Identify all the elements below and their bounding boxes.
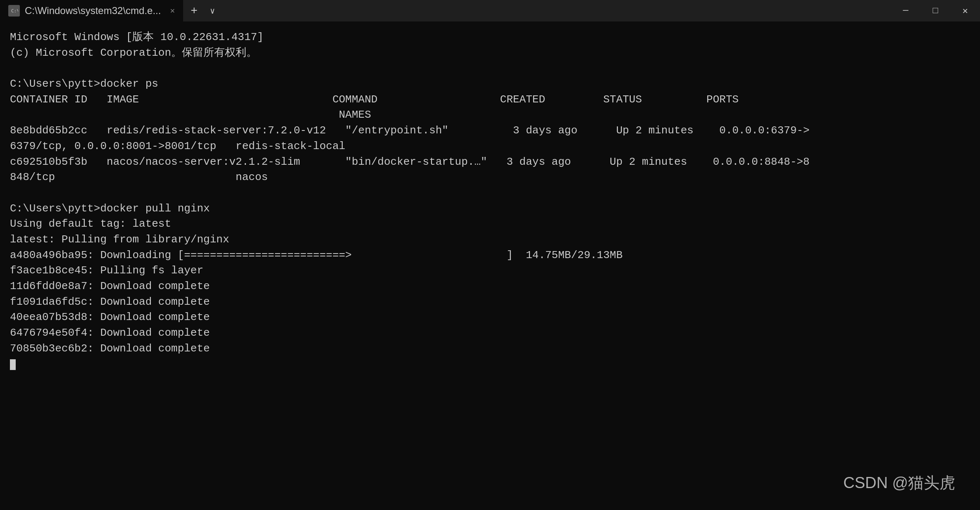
tab-label: C:\Windows\system32\cmd.e... [25, 5, 161, 17]
terminal-output[interactable]: Microsoft Windows [版本 10.0.22631.4317] (… [0, 21, 980, 510]
close-button[interactable]: ✕ [950, 0, 980, 21]
maximize-button[interactable]: □ [920, 0, 950, 21]
title-bar: C:\ C:\Windows\system32\cmd.e... × + ∨ ─… [0, 0, 980, 21]
tab-close-button[interactable]: × [170, 6, 175, 16]
dropdown-button[interactable]: ∨ [205, 0, 220, 21]
minimize-button[interactable]: ─ [891, 0, 920, 21]
cmd-icon: C:\ [8, 5, 20, 17]
terminal-tab[interactable]: C:\ C:\Windows\system32\cmd.e... × [0, 0, 183, 21]
window-controls: ─ □ ✕ [891, 0, 980, 21]
terminal-window: C:\ C:\Windows\system32\cmd.e... × + ∨ ─… [0, 0, 980, 510]
title-bar-left: C:\ C:\Windows\system32\cmd.e... × + ∨ [0, 0, 891, 21]
svg-text:C:\: C:\ [11, 8, 18, 14]
new-tab-button[interactable]: + [183, 0, 205, 21]
watermark-text: CSDN @猫头虎 [843, 472, 955, 493]
